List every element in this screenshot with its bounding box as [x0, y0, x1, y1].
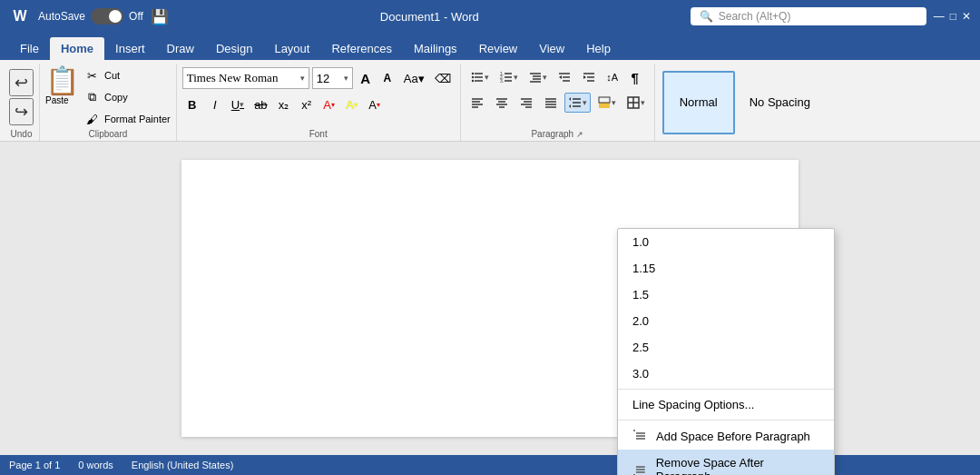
autosave-off-label: Off: [129, 10, 143, 23]
redo-button[interactable]: ↪: [9, 98, 34, 125]
line-spacing-options[interactable]: Line Spacing Options...: [618, 391, 834, 418]
style-no-spacing[interactable]: No Spacing: [739, 71, 821, 134]
bold-button[interactable]: B: [182, 94, 202, 114]
borders-button[interactable]: ▾: [622, 93, 649, 113]
remove-space-after-icon: [632, 462, 647, 475]
minimize-icon[interactable]: —: [934, 10, 945, 23]
bullet-list-button[interactable]: ▾: [466, 67, 493, 87]
undo-group-label: Undo: [11, 129, 33, 141]
cut-label: Cut: [104, 70, 120, 81]
svg-text:3.: 3.: [500, 78, 504, 84]
spacing-2-0[interactable]: 2.0: [618, 308, 834, 334]
align-center-button[interactable]: [491, 93, 513, 113]
svg-marker-19: [559, 75, 562, 79]
search-bar[interactable]: 🔍 Search (Alt+Q): [691, 7, 926, 25]
grow-font-button[interactable]: A: [356, 68, 376, 88]
close-icon[interactable]: ✕: [962, 10, 971, 23]
undo-button[interactable]: ↩: [9, 69, 34, 96]
paste-area: 📋 Paste: [45, 65, 79, 105]
strikethrough-button[interactable]: ab: [250, 94, 270, 114]
svg-marker-43: [569, 97, 571, 101]
clear-format-button[interactable]: ⌫: [431, 68, 455, 88]
copy-button[interactable]: ⧉: [82, 87, 102, 107]
save-button[interactable]: 💾: [151, 8, 169, 25]
increase-indent-button[interactable]: [578, 67, 600, 87]
spacing-1-5-value: 1.5: [632, 288, 649, 302]
spacing-3-0[interactable]: 3.0: [618, 361, 834, 387]
tab-file[interactable]: File: [9, 37, 50, 60]
word-icon: W: [9, 5, 31, 27]
tab-mailings[interactable]: Mailings: [403, 37, 468, 60]
font-size-selector[interactable]: 12 ▾: [312, 67, 353, 89]
spacing-1-5[interactable]: 1.5: [618, 282, 834, 308]
align-right-button[interactable]: [515, 93, 537, 113]
tab-layout[interactable]: Layout: [263, 37, 320, 60]
remove-space-after[interactable]: Remove Space After Paragraph: [618, 450, 834, 475]
svg-rect-46: [599, 97, 610, 103]
subscript-button[interactable]: x₂: [274, 94, 294, 114]
tab-design[interactable]: Design: [205, 37, 263, 60]
ribbon-tabs: File Home Insert Draw Design Layout Refe…: [0, 33, 980, 60]
search-icon: 🔍: [700, 10, 713, 23]
format-painter-button[interactable]: 🖌: [82, 109, 102, 129]
tab-references[interactable]: References: [320, 37, 402, 60]
tab-help[interactable]: Help: [575, 37, 622, 60]
spacing-1-15-value: 1.15: [632, 262, 655, 275]
bullet-dropdown-arrow: ▾: [485, 73, 489, 82]
format-painter-label: Format Painter: [104, 114, 171, 124]
numbered-list-button[interactable]: 1.2.3. ▾: [495, 67, 522, 87]
underline-button[interactable]: U▾: [228, 94, 248, 114]
show-formatting-button[interactable]: ¶: [625, 67, 645, 87]
paste-label[interactable]: Paste: [45, 95, 79, 105]
clipboard-group: 📋 Paste ✂ Cut ⧉ Copy 🖌 Format Painter Cl…: [40, 64, 177, 141]
justify-button[interactable]: [540, 93, 562, 113]
paragraph-expand-icon[interactable]: ↗: [576, 130, 583, 139]
line-spacing-options-label: Line Spacing Options...: [632, 398, 754, 411]
font-size-value: 12: [317, 72, 329, 85]
decrease-indent-button[interactable]: [554, 67, 575, 87]
svg-rect-45: [599, 103, 610, 108]
font-name-selector[interactable]: Times New Roman ▾: [182, 67, 309, 89]
text-color-button[interactable]: A▾: [365, 94, 385, 114]
align-left-button[interactable]: [466, 93, 488, 113]
italic-button[interactable]: I: [205, 94, 225, 114]
undo-group: ↩ ↪ Undo: [4, 64, 40, 141]
tab-home[interactable]: Home: [50, 37, 104, 60]
add-space-before-icon: [632, 429, 647, 443]
tab-view[interactable]: View: [528, 37, 575, 60]
clipboard-group-label: Clipboard: [88, 129, 127, 141]
spacing-1-15[interactable]: 1.15: [618, 255, 834, 282]
tab-insert[interactable]: Insert: [104, 37, 156, 60]
sort-button[interactable]: ↕A: [603, 67, 622, 87]
clipboard-icons: ✂ Cut ⧉ Copy 🖌 Format Painter: [82, 65, 171, 129]
copy-label: Copy: [104, 92, 128, 103]
shrink-font-button[interactable]: A: [377, 68, 397, 88]
add-space-before[interactable]: Add Space Before Paragraph: [618, 422, 834, 450]
svg-marker-23: [583, 75, 586, 79]
add-space-before-label: Add Space Before Paragraph: [656, 430, 810, 443]
tab-review[interactable]: Review: [468, 37, 529, 60]
font-size-arrow: ▾: [344, 74, 348, 83]
superscript-button[interactable]: x²: [297, 94, 317, 114]
tab-draw[interactable]: Draw: [156, 37, 205, 60]
highlight-button[interactable]: A▾: [342, 94, 362, 114]
cut-button[interactable]: ✂: [82, 65, 102, 85]
line-spacing-dropdown: 1.0 1.15 1.5 2.0 2.5 3.0 Line Spacing Op…: [617, 228, 835, 475]
paragraph-group-label: Paragraph ↗: [531, 129, 583, 141]
spacing-1-0-value: 1.0: [632, 235, 649, 249]
shading-button[interactable]: ▾: [593, 93, 620, 113]
spacing-2-5[interactable]: 2.5: [618, 334, 834, 361]
svg-point-4: [471, 76, 473, 78]
spacing-1-0[interactable]: 1.0: [618, 229, 834, 255]
line-spacing-button[interactable]: ▾: [564, 93, 591, 113]
autosave-toggle[interactable]: [91, 8, 123, 25]
style-normal[interactable]: Normal: [662, 71, 735, 134]
maximize-icon[interactable]: □: [950, 10, 956, 23]
paste-icon[interactable]: 📋: [45, 65, 79, 95]
change-case-button[interactable]: Aa▾: [400, 68, 428, 88]
line-spacing-arrow: ▾: [583, 98, 587, 107]
spacing-2-0-value: 2.0: [632, 314, 649, 328]
font-color-button[interactable]: A▾: [319, 94, 339, 114]
word-count: 0 words: [78, 460, 113, 470]
multilevel-list-button[interactable]: ▾: [524, 67, 551, 87]
